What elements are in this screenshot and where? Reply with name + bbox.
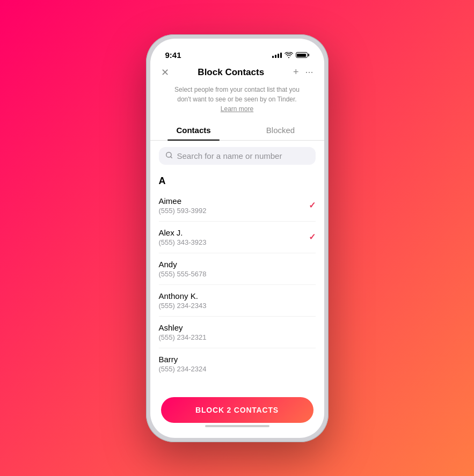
- tab-contacts[interactable]: Contacts: [150, 120, 237, 140]
- contact-item-aimee[interactable]: Aimee (555) 593-3992 ✓: [159, 190, 316, 222]
- phone-screen: 9:41 ✕: [150, 39, 324, 438]
- battery-icon: [296, 52, 309, 58]
- close-button[interactable]: ✕: [161, 67, 169, 78]
- add-button[interactable]: +: [293, 67, 299, 78]
- more-button[interactable]: ···: [305, 67, 313, 78]
- contact-list: A Aimee (555) 593-3992 ✓ Alex J. (555) 3…: [150, 171, 324, 391]
- search-placeholder: Search for a name or number: [177, 151, 282, 160]
- contact-item-ashley[interactable]: Ashley (555) 234-2321: [159, 317, 316, 348]
- home-indicator: [205, 425, 269, 427]
- notch: [203, 39, 271, 55]
- status-time: 9:41: [165, 50, 181, 60]
- tab-blocked[interactable]: Blocked: [237, 120, 324, 140]
- section-header-a: A: [159, 171, 316, 190]
- wifi-icon: [285, 52, 293, 58]
- svg-line-1: [170, 156, 172, 158]
- contact-item-barry[interactable]: Barry (555) 234-2324: [159, 348, 316, 379]
- search-container: Search for a name or number: [150, 141, 324, 171]
- phone-frame: 9:41 ✕: [146, 34, 329, 442]
- subtitle-text: Select people from your contact list tha…: [150, 83, 324, 120]
- tabs: Contacts Blocked: [150, 120, 324, 141]
- contact-item-alexj[interactable]: Alex J. (555) 343-3923 ✓: [159, 222, 316, 253]
- signal-icon: [272, 53, 282, 58]
- block-contacts-button[interactable]: BLOCK 2 CONTACTS: [161, 397, 313, 423]
- status-icons: [272, 52, 309, 58]
- check-icon-aimee: ✓: [309, 200, 316, 210]
- nav-right-actions: + ···: [293, 67, 313, 78]
- check-icon-alexj: ✓: [309, 232, 316, 242]
- contact-item-anthonyk[interactable]: Anthony K. (555) 234-2343: [159, 285, 316, 317]
- contact-item-andy[interactable]: Andy (555) 555-5678: [159, 253, 316, 285]
- search-box[interactable]: Search for a name or number: [159, 147, 316, 165]
- page-title: Block Contacts: [198, 67, 264, 78]
- learn-more-link[interactable]: Learn more: [221, 105, 253, 113]
- nav-bar: ✕ Block Contacts + ···: [150, 64, 324, 83]
- search-icon: [165, 151, 173, 160]
- bottom-section: BLOCK 2 CONTACTS: [150, 391, 324, 438]
